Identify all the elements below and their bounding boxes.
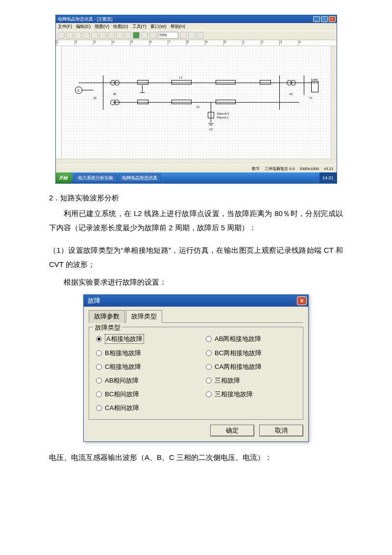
radio-grid: A相接地故障 AB两相接地故障 B相接地故障 BC两相接地故障 C相接地故障 C…: [96, 334, 296, 412]
radio-b-ground[interactable]: B相接地故障: [96, 349, 186, 358]
status-res: 2000x1000: [299, 167, 319, 171]
menu-draw[interactable]: 绘图(D): [113, 24, 128, 30]
tool-icon[interactable]: [91, 32, 98, 39]
svg-text:Qfdu=0.5: Qfdu=0.5: [217, 112, 229, 115]
radio-c-ground[interactable]: C相接地故障: [96, 362, 186, 371]
radio-3phase[interactable]: 三相故障: [206, 376, 296, 385]
radio-ca-phase[interactable]: CA相间故障: [96, 404, 186, 412]
minimize-icon[interactable]: _: [313, 16, 320, 22]
ruler-vertical: [56, 46, 62, 159]
tool-icon[interactable]: [149, 32, 156, 39]
radio-icon: [96, 378, 102, 384]
status-num: 数字: [252, 166, 260, 171]
status-app: 三州电脑智态 8.0: [265, 166, 294, 171]
radio-icon: [206, 364, 212, 370]
tool-icon[interactable]: [141, 32, 148, 39]
tab-fault-type[interactable]: 故障类型: [126, 310, 162, 323]
zoom-select[interactable]: 70%: [158, 32, 178, 39]
sim-statusbar: 数字 三州电脑智态 8.0 2000x1000 v5.21: [56, 165, 337, 172]
section-heading: 2．短路实验波形分析: [49, 193, 343, 203]
radio-a-ground[interactable]: A相接地故障: [96, 334, 186, 344]
close-icon[interactable]: ×: [297, 296, 307, 305]
svg-text:21: 21: [93, 97, 97, 99]
svg-text:45: 45: [113, 93, 116, 96]
system-tray: 14:21: [319, 172, 337, 183]
close-icon[interactable]: ×: [329, 16, 336, 22]
play-icon[interactable]: [133, 32, 140, 39]
tool-icon[interactable]: [58, 32, 65, 39]
svg-text:C2: C2: [209, 128, 213, 131]
radio-ab-phase[interactable]: AB相间故障: [96, 376, 186, 385]
tool-icon[interactable]: [116, 32, 123, 39]
tool-icon[interactable]: [196, 32, 203, 39]
fault-type-group: 故障类型 A相接地故障 AB两相接地故障 B相接地故障 BC两相接地故障 C相接…: [89, 327, 303, 420]
menu-view[interactable]: 视图(V): [95, 24, 109, 30]
taskbar-item[interactable]: 电网电晶智态仿真: [119, 174, 161, 182]
radio-icon: [206, 391, 212, 397]
radio-ab-2ground[interactable]: AB两相接地故障: [206, 334, 296, 344]
menu-file[interactable]: 文件(F): [58, 24, 73, 30]
svg-text:L1: L1: [179, 76, 182, 79]
dialog-title: 故障: [88, 296, 100, 305]
radio-icon: [96, 405, 102, 411]
ruler-horizontal: 1 2 3 4 5 6 7 8 9 0 1 2 3 4: [56, 40, 337, 46]
tool-icon[interactable]: [66, 32, 73, 39]
scrollbar-horizontal[interactable]: [56, 159, 337, 165]
tool-icon[interactable]: [108, 32, 115, 39]
group-title: 故障类型: [93, 323, 122, 332]
menu-tool[interactable]: 工具(T): [132, 24, 147, 30]
tab-fault-params[interactable]: 故障参数: [89, 310, 125, 323]
maximize-icon[interactable]: □: [321, 16, 328, 22]
radio-icon: [96, 350, 102, 356]
svg-rect-18: [260, 80, 270, 84]
radio-ca-2ground[interactable]: CA两相接地故障: [206, 362, 296, 371]
radio-icon: [206, 350, 212, 356]
menu-edit[interactable]: 编辑(E): [76, 24, 91, 30]
tool-icon[interactable]: [74, 32, 81, 39]
svg-text:Load: Load: [311, 78, 317, 81]
fault-dialog: 故障 × 故障参数 故障类型 故障类型 A相接地故障 AB两相接地故障 B相接地…: [83, 294, 309, 442]
radio-3phase-ground[interactable]: 三相接地故障: [206, 390, 296, 399]
tool-icon[interactable]: [180, 32, 187, 39]
svg-text:T1: T1: [309, 97, 313, 99]
tray-time: 14:21: [322, 175, 334, 180]
ok-button[interactable]: 确定: [210, 425, 254, 436]
dialog-titlebar: 故障 ×: [84, 295, 308, 307]
svg-rect-17: [216, 100, 235, 104]
paragraph: 根据实验要求进行故障的设置：: [49, 275, 343, 290]
tool-icon[interactable]: [99, 32, 106, 39]
start-button[interactable]: 开始: [56, 172, 73, 183]
scrollbar-vertical[interactable]: [331, 46, 337, 159]
cancel-button[interactable]: 取消: [259, 425, 303, 436]
radio-icon: [96, 364, 102, 370]
radio-icon: [206, 378, 212, 384]
paragraph: （1）设置故障类型为“单相接地短路”，运行仿真，在输出图页上观察记录线路始端 C…: [49, 243, 343, 271]
sim-title: 电网电晶智态仿真 - [主图页]: [58, 16, 113, 23]
sim-menubar: 文件(F) 编辑(E) 视图(V) 绘图(D) 工具(T) 窗口(W) 帮助(H…: [56, 23, 337, 30]
windows-taskbar: 开始 电力系统分析实验 电网电晶智态仿真 14:21: [56, 172, 337, 183]
sim-titlebar: 电网电晶智态仿真 - [主图页] _ □ ×: [56, 15, 337, 23]
menu-help[interactable]: 帮助(H): [171, 24, 186, 30]
paragraph: 利用已建立系统，在 L2 线路上进行故障点设置，当故障距离为 80％时，分别完成…: [49, 207, 343, 235]
tool-icon[interactable]: [83, 32, 90, 39]
menu-window[interactable]: 窗口(W): [150, 24, 167, 30]
radio-bc-2ground[interactable]: BC两相接地故障: [206, 349, 296, 358]
paragraph: 电压、电流互感器输出波形（A、B、C 三相的二次侧电压、电流）：: [49, 451, 343, 465]
tool-icon[interactable]: [124, 32, 131, 39]
svg-rect-11: [137, 100, 148, 104]
simulation-app-window: 电网电晶智态仿真 - [主图页] _ □ × 文件(F) 编辑(E) 视图(V)…: [55, 15, 337, 184]
svg-rect-13: [172, 100, 191, 104]
svg-text:L2: L2: [196, 105, 199, 108]
svg-text:G: G: [77, 89, 79, 92]
dialog-buttons: 确定 取消: [89, 425, 303, 436]
svg-rect-16: [216, 80, 235, 84]
sim-canvas[interactable]: G L1 L2: [62, 46, 331, 159]
taskbar-item[interactable]: 电力系统分析实验: [74, 174, 117, 182]
svg-text:42: 42: [289, 93, 293, 96]
sim-body: G L1 L2: [56, 46, 337, 159]
start-label: 开始: [59, 175, 68, 181]
radio-icon: [96, 391, 102, 397]
sim-toolbar: 70%: [56, 30, 337, 40]
radio-bc-phase[interactable]: BC相间故障: [96, 390, 186, 399]
tool-icon[interactable]: [188, 32, 195, 39]
